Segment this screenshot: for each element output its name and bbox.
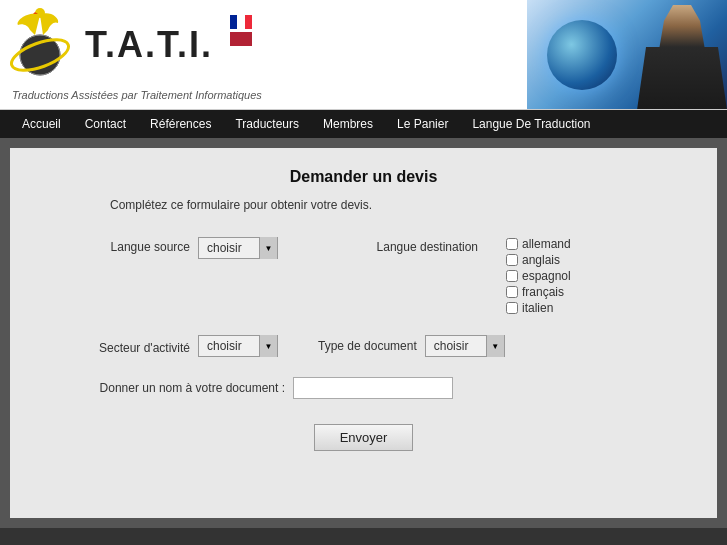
checkbox-anglais-label: anglais [522, 253, 560, 267]
submit-button[interactable]: Envoyer [314, 424, 414, 451]
checkbox-espagnol-label: espagnol [522, 269, 571, 283]
langue-source-label: Langue source [30, 237, 190, 254]
langue-source-dropdown[interactable]: choisir ▼ [198, 237, 278, 259]
nav-item-membres[interactable]: Membres [311, 112, 385, 136]
doc-name-input[interactable] [293, 377, 453, 399]
checkbox-allemand-input[interactable] [506, 238, 518, 250]
checkbox-allemand[interactable]: allemand [506, 237, 571, 251]
header-flags [230, 15, 252, 46]
checkbox-espagnol[interactable]: espagnol [506, 269, 571, 283]
secteur-value: choisir [199, 339, 259, 353]
type-doc-arrow-icon[interactable]: ▼ [486, 335, 504, 357]
nav-item-references[interactable]: Références [138, 112, 223, 136]
checkbox-francais-input[interactable] [506, 286, 518, 298]
nav-item-contact[interactable]: Contact [73, 112, 138, 136]
footer-bar [0, 528, 727, 545]
checkbox-anglais[interactable]: anglais [506, 253, 571, 267]
us-flag-icon[interactable] [230, 32, 252, 46]
doc-name-label: Donner un nom à votre document : [30, 381, 285, 395]
type-doc-label: Type de document [318, 339, 417, 353]
header-globe [527, 0, 727, 110]
langue-source-value: choisir [199, 241, 259, 255]
checkbox-espagnol-input[interactable] [506, 270, 518, 282]
header-subtitle: Traductions Assistées par Traitement Inf… [12, 89, 262, 101]
person-image [637, 5, 727, 110]
checkbox-anglais-input[interactable] [506, 254, 518, 266]
secteur-label: Secteur d'activité [30, 338, 190, 355]
doc-name-row: Donner un nom à votre document : [30, 377, 697, 399]
checkbox-italien-input[interactable] [506, 302, 518, 314]
logo-bird-icon [10, 5, 80, 85]
header: T.A.T.I. Traductions Assistées par Trait… [0, 0, 727, 110]
langue-source-row: Langue source choisir ▼ Langue destinati… [30, 237, 697, 315]
nav-item-traducteurs[interactable]: Traducteurs [223, 112, 311, 136]
form-subtitle: Complétez ce formulaire pour obtenir vot… [110, 198, 697, 212]
langue-source-arrow-icon[interactable]: ▼ [259, 237, 277, 259]
nav-item-langue[interactable]: Langue De Traduction [460, 112, 602, 136]
logo-text: T.A.T.I. [85, 24, 213, 66]
secteur-row: Secteur d'activité choisir ▼ Type de doc… [30, 335, 697, 357]
checkbox-francais[interactable]: français [506, 285, 571, 299]
nav-item-accueil[interactable]: Accueil [10, 112, 73, 136]
nav-item-panier[interactable]: Le Panier [385, 112, 460, 136]
globe-icon [547, 20, 617, 90]
main-content: Demander un devis Complétez ce formulair… [10, 148, 717, 518]
checkbox-italien[interactable]: italien [506, 301, 571, 315]
secteur-arrow-icon[interactable]: ▼ [259, 335, 277, 357]
french-flag-icon[interactable] [230, 15, 252, 29]
checkbox-francais-label: français [522, 285, 564, 299]
form-title: Demander un devis [30, 168, 697, 186]
submit-row: Envoyer [30, 424, 697, 451]
checkbox-italien-label: italien [522, 301, 553, 315]
checkbox-allemand-label: allemand [522, 237, 571, 251]
type-doc-value: choisir [426, 339, 486, 353]
langue-dest-label: Langue destination [318, 237, 478, 254]
language-checkboxes: allemand anglais espagnol français itali… [506, 237, 571, 315]
type-doc-dropdown[interactable]: choisir ▼ [425, 335, 505, 357]
logo: T.A.T.I. [10, 5, 213, 85]
secteur-dropdown[interactable]: choisir ▼ [198, 335, 278, 357]
navigation: Accueil Contact Références Traducteurs M… [0, 110, 727, 138]
